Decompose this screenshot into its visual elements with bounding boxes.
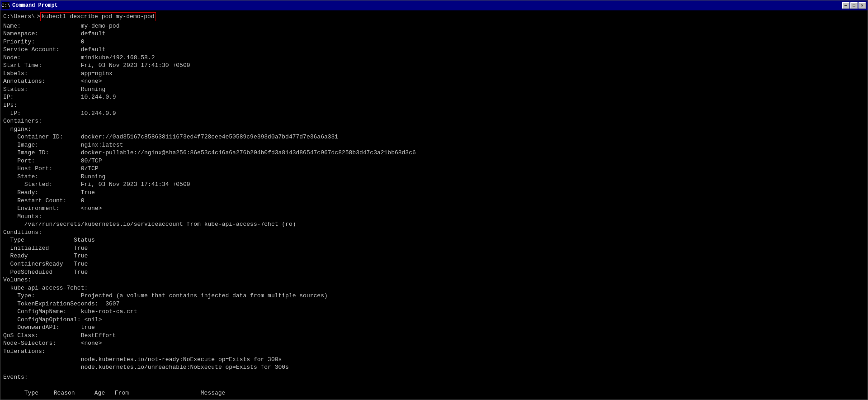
name-line: Name: my-demo-pod: [3, 22, 865, 30]
started-value: Fri, 03 Nov 2023 17:41:34 +0500: [81, 181, 190, 188]
tolerations-value1: node.kubernetes.io/not-ready:NoExecute o…: [3, 356, 865, 364]
image-label: Image:: [3, 142, 81, 148]
volumes-configmap-label: ConfigMapName:: [3, 308, 81, 315]
priority-label: Priority:: [3, 38, 81, 45]
ip-label: IP:: [3, 94, 81, 100]
title-bar: C:\ Command Prompt — □ ✕: [0, 0, 868, 10]
window: C:\ Command Prompt — □ ✕ C:\Users\ >kube…: [0, 0, 868, 400]
close-button[interactable]: ✕: [859, 2, 866, 9]
ready-line: Ready: True: [3, 189, 865, 197]
nginx-label-line: nginx:: [3, 125, 865, 133]
prompt-suffix: >: [37, 13, 40, 21]
annotations-value: <none>: [81, 78, 102, 85]
container-id-value: docker://0ad35167c858638111673ed4f728cee…: [81, 133, 339, 140]
maximize-button[interactable]: □: [850, 2, 858, 9]
image-line: Image: nginx:latest: [3, 141, 865, 149]
containers-label: Containers:: [3, 118, 42, 124]
node-selectors-line: Node-Selectors: <none>: [3, 339, 865, 348]
environment-label: Environment:: [3, 205, 81, 212]
tolerations-label: Tolerations:: [3, 348, 46, 355]
condition-ready: Ready True: [3, 252, 865, 260]
name-value: my-demo-pod: [81, 23, 120, 29]
mounts-label-line: Mounts:: [3, 213, 865, 221]
service-account-label: Service Account:: [3, 46, 81, 53]
host-port-value: 0/TCP: [81, 165, 99, 172]
volumes-type-line: Type: Projected (a volume that contains …: [3, 292, 865, 300]
status-line: Status: Running: [3, 86, 865, 94]
command-text: kubectl describe pod my-demo-pod: [40, 12, 156, 21]
volumes-token-line: TokenExpirationSeconds: 3607: [3, 300, 865, 308]
namespace-line: Namespace: default: [3, 30, 865, 38]
labels-line: Labels: app=nginx: [3, 70, 865, 78]
state-line: State: Running: [3, 173, 865, 181]
image-id-label: Image ID:: [3, 149, 81, 156]
tolerations-label-line: Tolerations:: [3, 348, 865, 356]
state-value: Running: [81, 173, 106, 180]
conditions-header: Type Status: [3, 237, 95, 243]
conditions-label: Conditions:: [3, 229, 42, 236]
priority-line: Priority: 0: [3, 38, 865, 46]
col-message-header: Message: [201, 390, 226, 396]
mounts-value-line: /var/run/secrets/kubernetes.io/serviceac…: [3, 220, 865, 229]
title-bar-left: C:\ Command Prompt: [2, 2, 58, 9]
qos-line: QoS Class: BestEffort: [3, 332, 865, 340]
volumes-label-line: Volumes:: [3, 276, 865, 284]
started-line: Started: Fri, 03 Nov 2023 17:41:34 +0500: [3, 181, 865, 189]
volumes-configmap-optional-line: ConfigMapOptional: <nil>: [3, 316, 865, 324]
minimize-button[interactable]: —: [842, 2, 849, 9]
port-value: 80/TCP: [81, 157, 102, 164]
environment-line: Environment: <none>: [3, 205, 865, 213]
annotations-line: Annotations: <none>: [3, 77, 865, 86]
volumes-configmap-line: ConfigMapName: kube-root-ca.crt: [3, 308, 865, 316]
ips-label-line: IPs:: [3, 101, 865, 110]
node-selectors-label: Node-Selectors:: [3, 340, 81, 347]
status-value: Running: [81, 86, 106, 93]
app-icon: C:\: [2, 2, 9, 9]
volumes-token-value: 3607: [105, 300, 119, 307]
title-controls: — □ ✕: [842, 2, 866, 9]
volumes-label: Volumes:: [3, 276, 31, 283]
condition-pod-scheduled: PodScheduled True: [3, 268, 865, 276]
nginx-label: nginx:: [3, 126, 31, 133]
col-reason-header: Reason: [54, 389, 94, 397]
conditions-header-line: Type Status: [3, 236, 865, 244]
node-selectors-value: <none>: [81, 340, 102, 347]
col-type-header: Type: [24, 389, 54, 397]
image-id-line: Image ID: docker-pullable://nginx@sha256…: [3, 149, 865, 157]
tolerations-value2: node.kubernetes.io/unreachable:NoExecute…: [3, 363, 865, 371]
node-label: Node:: [3, 54, 81, 61]
name-label: Name:: [3, 23, 81, 29]
qos-label: QoS Class:: [3, 332, 81, 339]
volumes-token-label: TokenExpirationSeconds:: [3, 300, 105, 307]
restart-count-label: Restart Count:: [3, 197, 81, 204]
start-time-line: Start Time: Fri, 03 Nov 2023 17:41:30 +0…: [3, 62, 865, 70]
ready-value: True: [81, 189, 95, 196]
image-id-value: docker-pullable://nginx@sha256:86e53c4c1…: [81, 149, 416, 156]
containers-label-line: Containers:: [3, 117, 865, 125]
state-label: State:: [3, 173, 81, 180]
container-id-line: Container ID: docker://0ad35167c85863811…: [3, 133, 865, 141]
events-header-row: TypeReasonAgeFromMessage: [3, 381, 865, 400]
col-from-header: From: [115, 389, 201, 397]
volumes-downward-line: DownwardAPI: true: [3, 324, 865, 332]
prompt-line: C:\Users\ >kubectl describe pod my-demo-…: [3, 12, 865, 21]
namespace-value: default: [81, 30, 106, 37]
condition-containers-ready: ContainersReady True: [3, 260, 865, 268]
node-value: minikube/192.168.58.2: [81, 54, 155, 61]
volumes-name-line: kube-api-access-7chct:: [3, 284, 865, 292]
port-label: Port:: [3, 157, 81, 164]
condition-initialized: Initialized True: [3, 244, 865, 252]
labels-label: Labels:: [3, 70, 81, 77]
qos-value: BestEffort: [81, 332, 116, 339]
volumes-name: kube-api-access-7chct:: [3, 285, 88, 291]
restart-count-value: 0: [81, 197, 85, 204]
volumes-configmap-value: kube-root-ca.crt: [81, 308, 137, 315]
volumes-configmap-optional-value: <nil>: [84, 316, 102, 323]
container-id-label: Container ID:: [3, 133, 81, 140]
volumes-type-value: Projected (a volume that contains inject…: [81, 292, 328, 299]
ip-line: IP: 10.244.0.9: [3, 93, 865, 101]
ips-ip-value: 10.244.0.9: [81, 110, 116, 117]
service-account-value: default: [81, 46, 106, 53]
events-section-label: Events:: [3, 373, 865, 381]
host-port-label: Host Port:: [3, 165, 81, 172]
